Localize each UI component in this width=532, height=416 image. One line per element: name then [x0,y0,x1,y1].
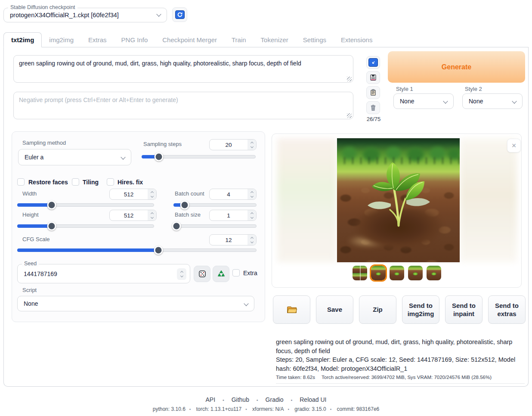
chevron-down-icon [244,301,248,306]
batch-count-slider[interactable] [173,201,257,209]
footer-link-api[interactable]: API [205,396,215,403]
stepper[interactable] [148,189,156,199]
save-button[interactable]: Save [316,295,353,324]
hires-fix-checkbox[interactable] [107,178,114,186]
seed-input[interactable]: Seed 1441787169 [17,264,190,283]
chevron-down-icon [512,99,517,103]
send-to-extras-button[interactable]: Send to extras [488,295,526,324]
resize-grip[interactable] [347,77,352,81]
tab-png-info[interactable]: PNG Info [114,33,155,47]
random-seed-button[interactable] [194,266,210,282]
slider-handle[interactable] [47,201,56,210]
tab-extras[interactable]: Extras [81,33,114,47]
gallery-actions: Save Zip Send to img2img Send to inpaint… [273,295,526,324]
sapling-illustration [360,159,437,228]
seed-label: Seed [22,261,39,267]
stepper[interactable] [177,268,186,280]
stepper[interactable] [247,140,256,150]
gallery-thumbnail-grid[interactable] [353,266,367,280]
style2-label: Style 2 [465,86,482,92]
stepper[interactable] [247,210,256,220]
tab-img2img[interactable]: img2img [42,33,81,47]
slider-handle[interactable] [155,152,164,161]
script-dropdown[interactable]: None [17,296,254,311]
clipboard-icon [369,89,377,96]
stepper[interactable] [148,210,156,220]
cfg-scale-slider[interactable] [17,246,257,255]
generation-info: green sapling rowing out of ground, mud,… [276,338,525,384]
thumbnail-row [272,266,521,280]
style1-dropdown[interactable]: None [393,93,454,109]
reuse-seed-button[interactable] [213,266,229,282]
generate-button[interactable]: Generate [388,51,525,83]
negative-prompt-input[interactable] [13,92,353,119]
refresh-checkpoint-button[interactable] [172,7,187,22]
gallery-thumbnail-selected[interactable] [371,266,386,280]
gallery-blur-left [277,138,337,262]
paste-generation-params-button[interactable] [366,56,380,69]
checkpoint-dropdown[interactable]: Stable Diffusion checkpoint protogenX34O… [3,8,167,22]
slider-handle[interactable] [47,222,56,231]
tab-settings[interactable]: Settings [296,33,334,47]
resize-grip[interactable] [347,113,352,118]
batch-count-input[interactable]: 4 [209,189,257,200]
sampling-steps-slider[interactable] [142,152,256,161]
tab-tokenizer[interactable]: Tokenizer [254,33,296,47]
generated-image[interactable] [337,138,460,262]
footer-link-gradio[interactable]: Gradio [266,396,284,403]
footer-link-github[interactable]: Github [232,396,249,403]
batch-count-label: Batch count [175,190,204,197]
floppy-disk-icon [369,74,377,81]
cfg-scale-input[interactable]: 12 [209,234,257,245]
batch-size-input[interactable]: 1 [209,210,257,221]
open-folder-button[interactable] [273,295,310,324]
send-to-img2img-button[interactable]: Send to img2img [402,295,439,324]
apply-style-button[interactable] [366,86,380,99]
tab-txt2img[interactable]: txt2img [3,32,42,47]
slider-handle[interactable] [180,201,189,210]
footer-links: API • Github • Gradio • Reload UI [0,396,532,403]
stepper[interactable] [247,235,256,245]
prompt-input[interactable]: green sapling rowing out of ground, mud,… [13,55,353,83]
geninfo-prompt: green sapling rowing out of ground, mud,… [276,338,525,355]
arrow-down-left-icon [368,58,378,67]
footer-link-reload-ui[interactable]: Reload UI [300,396,326,403]
gallery-thumbnail[interactable] [427,266,441,280]
tab-extensions[interactable]: Extensions [334,33,380,47]
sampling-steps-input[interactable]: 20 [209,139,257,150]
height-input[interactable]: 512 [109,210,157,221]
stable-diffusion-webui: Stable Diffusion checkpoint protogenX34O… [0,0,532,416]
parameters-panel: Sampling method Euler a Sampling steps 2… [12,131,265,322]
style1-label: Style 1 [396,86,413,92]
batch-size-slider[interactable] [173,222,257,230]
tab-checkpoint-merger[interactable]: Checkpoint Merger [155,33,224,47]
slider-handle[interactable] [172,222,181,231]
clear-prompt-button[interactable] [366,101,380,114]
sampling-method-dropdown[interactable]: Euler a [18,149,131,165]
token-counter: 26/75 [366,116,381,122]
stepper[interactable] [247,189,256,199]
close-icon: × [512,141,517,150]
chevron-down-icon [156,12,161,16]
close-gallery-button[interactable]: × [507,139,521,152]
restore-faces-checkbox[interactable] [17,178,25,186]
extra-seed-checkbox[interactable] [232,269,240,276]
tiling-checkbox[interactable] [72,178,79,186]
height-slider[interactable] [17,222,154,230]
slider-handle[interactable] [154,246,163,255]
zip-button[interactable]: Zip [359,295,396,324]
gallery-thumbnail[interactable] [408,266,423,280]
recycle-icon [217,270,226,278]
save-style-button[interactable] [366,71,380,84]
width-slider[interactable] [17,201,154,209]
dice-icon [198,270,207,278]
tab-train[interactable]: Train [224,33,254,47]
gallery-thumbnail[interactable] [390,266,404,280]
sampling-steps-label: Sampling steps [143,141,182,147]
cfg-scale-label: CFG Scale [22,236,50,242]
style2-dropdown[interactable]: None [462,93,523,109]
width-input[interactable]: 512 [109,189,157,200]
sampling-method-label: Sampling method [22,140,66,146]
send-to-inpaint-button[interactable]: Send to inpaint [445,295,483,324]
script-label: Script [22,287,37,293]
